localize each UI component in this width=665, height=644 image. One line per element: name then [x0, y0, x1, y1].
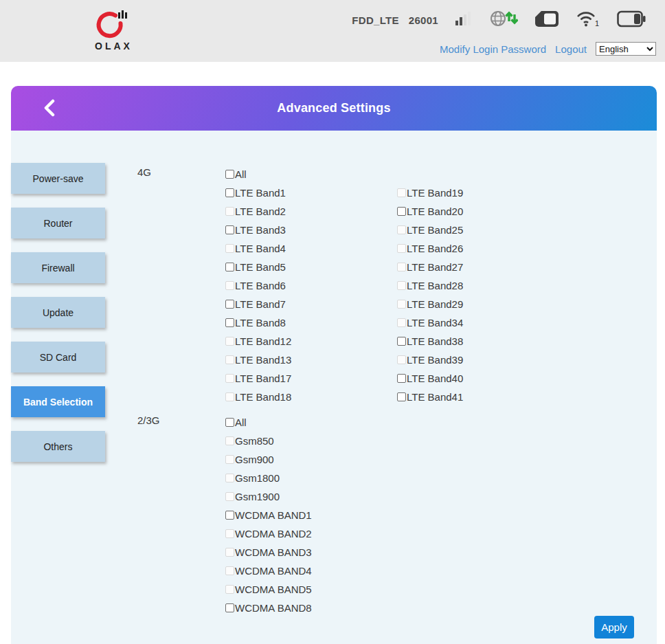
band-label: LTE Band38 — [407, 335, 463, 347]
band-label: LTE Band4 — [235, 243, 286, 254]
band-row-lte-band18: LTE Band18 — [225, 388, 291, 406]
status-row: FDD_LTE26001 — [352, 10, 646, 30]
checkbox-all[interactable] — [225, 170, 234, 179]
band-row-lte-band2: LTE Band2 — [225, 202, 291, 221]
olax-logo-text: OLAX — [95, 41, 133, 52]
band-row-lte-band8: LTE Band8 — [225, 313, 291, 332]
network-type-label: FDD_LTE26001 — [352, 14, 438, 26]
sidebar-item-update[interactable]: Update — [11, 297, 105, 328]
sidebar: Power-saveRouterFirewallUpdateSD CardBan… — [11, 163, 105, 462]
checkbox-lte-band25 — [397, 225, 406, 234]
band-row-lte-band39: LTE Band39 — [397, 351, 463, 369]
band-row-lte-band34: LTE Band34 — [397, 313, 463, 332]
checkbox-all[interactable] — [225, 418, 234, 427]
checkbox-lte-band38[interactable] — [397, 337, 406, 346]
band-label: LTE Band20 — [407, 206, 463, 217]
band-row-wcdma-band8: WCDMA BAND8 — [225, 599, 312, 617]
checkbox-lte-band7[interactable] — [225, 300, 234, 309]
band-row-lte-band41: LTE Band41 — [397, 388, 463, 406]
checkbox-lte-band20[interactable] — [397, 207, 406, 216]
band-row-lte-band38: LTE Band38 — [397, 332, 463, 351]
checkbox-gsm850 — [225, 436, 234, 445]
band-label: WCDMA BAND8 — [235, 602, 312, 614]
band-label: LTE Band6 — [235, 280, 286, 291]
band-row-wcdma-band2: WCDMA BAND2 — [225, 524, 312, 543]
band-row-lte-band17: LTE Band17 — [225, 369, 291, 388]
band-row-lte-band12: LTE Band12 — [225, 332, 291, 351]
band-row-lte-band25: LTE Band25 — [397, 221, 463, 239]
checkbox-lte-band2 — [225, 207, 234, 216]
checkbox-wcdma-band8[interactable] — [225, 603, 234, 612]
checkbox-lte-band18 — [225, 392, 234, 401]
checkbox-lte-band1[interactable] — [225, 188, 234, 197]
band-label: LTE Band3 — [235, 224, 286, 236]
band-row-gsm1900: Gsm1900 — [225, 487, 312, 506]
band-label: LTE Band39 — [407, 354, 463, 366]
page-title: Advanced Settings — [277, 101, 390, 115]
band-row-lte-band4: LTE Band4 — [225, 239, 291, 258]
band-row-wcdma-band5: WCDMA BAND5 — [225, 580, 312, 599]
sidebar-item-band-selection[interactable]: Band Selection — [11, 386, 105, 417]
checkbox-wcdma-band3 — [225, 548, 234, 557]
band-list-4g-col2: LTE Band19 LTE Band20 LTE Band25 LTE Ban… — [397, 184, 463, 406]
globe-data-icon — [489, 10, 518, 30]
checkbox-lte-band17 — [225, 374, 234, 383]
band-label: LTE Band26 — [407, 243, 463, 254]
top-header: OLAX FDD_LTE26001 — [0, 0, 665, 62]
sidebar-item-power-save[interactable]: Power-save — [11, 163, 105, 194]
sidebar-item-firewall[interactable]: Firewall — [11, 252, 105, 283]
wifi-client-count: 1 — [595, 19, 599, 27]
band-label: LTE Band34 — [407, 317, 463, 329]
band-label: LTE Band2 — [235, 206, 286, 217]
checkbox-lte-band5[interactable] — [225, 263, 234, 271]
sidebar-item-router[interactable]: Router — [11, 208, 105, 238]
checkbox-lte-band29 — [397, 300, 406, 309]
wifi-icon: 1 — [576, 10, 600, 30]
section-label-4g: 4G — [137, 166, 151, 178]
band-row-lte-band3: LTE Band3 — [225, 221, 291, 239]
logout-link[interactable]: Logout — [555, 43, 587, 55]
checkbox-lte-band8[interactable] — [225, 318, 234, 327]
band-row-lte-band6: LTE Band6 — [225, 276, 291, 295]
checkbox-lte-band40[interactable] — [397, 374, 406, 383]
checkbox-gsm1800 — [225, 474, 234, 482]
band-row-lte-band7: LTE Band7 — [225, 295, 291, 313]
band-label: LTE Band17 — [235, 373, 291, 384]
apply-button[interactable]: Apply — [594, 616, 634, 639]
checkbox-lte-band4 — [225, 244, 234, 253]
band-label: LTE Band12 — [235, 335, 291, 347]
sidebar-item-sd-card[interactable]: SD Card — [11, 342, 105, 373]
band-row-lte-band1: LTE Band1 — [225, 184, 291, 202]
band-label: LTE Band40 — [407, 373, 463, 384]
language-select[interactable]: English — [596, 42, 656, 56]
band-row-gsm1800: Gsm1800 — [225, 469, 312, 487]
olax-logo: OLAX — [87, 4, 142, 58]
band-label: WCDMA BAND5 — [235, 584, 312, 595]
checkbox-lte-band41[interactable] — [397, 392, 406, 401]
modify-login-password-link[interactable]: Modify Login Password — [440, 43, 546, 55]
band-row-all: All — [225, 165, 291, 184]
band-row-lte-band13: LTE Band13 — [225, 351, 291, 369]
checkbox-lte-band3[interactable] — [225, 225, 234, 234]
back-button[interactable] — [37, 96, 62, 120]
chevron-left-icon — [43, 99, 56, 117]
signal-strength-icon — [455, 11, 473, 29]
band-row-all: All — [225, 413, 312, 432]
header-links-row: Modify Login Password Logout English — [440, 42, 656, 56]
checkbox-lte-band12 — [225, 337, 234, 346]
band-row-lte-band28: LTE Band28 — [397, 276, 463, 295]
band-label: All — [235, 417, 247, 428]
checkbox-lte-band6 — [225, 281, 234, 290]
band-label: WCDMA BAND3 — [235, 546, 312, 558]
band-label: WCDMA BAND4 — [235, 565, 312, 577]
band-label: LTE Band13 — [235, 354, 291, 366]
band-label: Gsm1800 — [235, 472, 280, 484]
sidebar-item-others[interactable]: Others — [11, 431, 105, 462]
band-label: LTE Band8 — [235, 317, 286, 329]
checkbox-wcdma-band1[interactable] — [225, 511, 234, 520]
band-label: Gsm900 — [235, 454, 274, 465]
band-label: LTE Band41 — [407, 391, 463, 403]
checkbox-wcdma-band5 — [225, 585, 234, 594]
band-label: Gsm850 — [235, 435, 274, 447]
checkbox-lte-band27 — [397, 263, 406, 271]
